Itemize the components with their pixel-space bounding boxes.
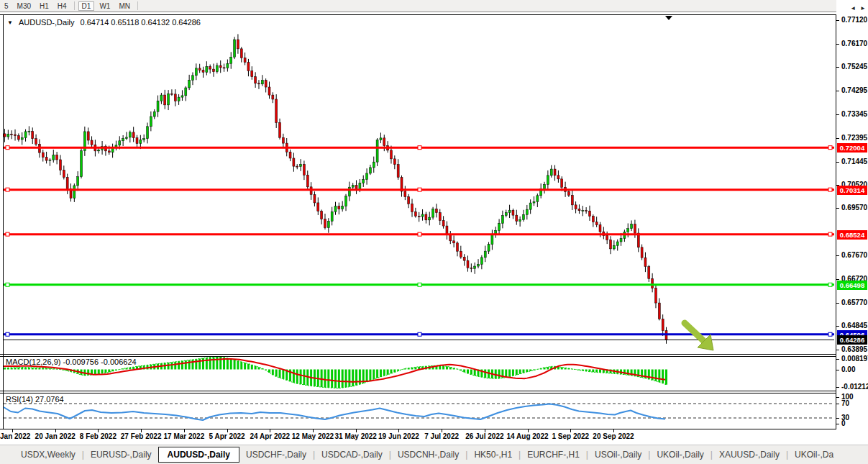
chart-tab-usdcnh-daily[interactable]: USDCNH-,Daily [391,447,465,462]
macd-tick-label: 0.008197 [841,355,868,363]
toolbar-separator [74,1,75,10]
macd-tick-label: -0.012123 [841,383,868,391]
axis-tick [836,326,839,327]
hline-0.66498[interactable] [4,283,834,286]
axis-tick [836,255,839,256]
timeframe-button-h4[interactable]: H4 [54,1,70,11]
chart-tab-xauusd-daily[interactable]: XAUUSD-,Daily [713,447,786,462]
axis-tick [836,91,839,91]
date-label: 12 May 2022 [292,432,334,440]
price-tick-label: 0.75245 [841,63,867,70]
price-tick-label: 0.64845 [841,322,867,329]
axis-tick [836,20,839,21]
price-tick-label: 0.77120 [841,16,867,24]
tab-scroll-left-icon[interactable]: ◄ [850,5,856,12]
timeframe-button-m30[interactable]: M30 [14,1,35,11]
hline-0.70314[interactable] [4,188,834,191]
axis-tick [836,44,839,45]
symbol-title: AUDUSD-,Daily [19,18,75,27]
chart-title-row: ▼ AUDUSD-,Daily 0.64714 0.65118 0.64132 … [7,18,201,27]
axis-tick [836,67,839,68]
timeframe-button-d1[interactable]: D1 [78,1,95,11]
date-label: 17 Mar 2022 [163,432,204,440]
price-tick-label: 0.73345 [841,110,867,118]
level-price-label: 0.68524 [837,230,867,240]
rsi-label: RSI(14) 27.0764 [6,395,64,404]
macd-bottom-border[interactable] [0,391,836,391]
axis-tick [836,418,839,419]
axis-tick [836,404,839,404]
date-label: 8 Feb 2022 [80,432,117,440]
axis-tick [836,424,839,424]
chart-tab-hk50-h1[interactable]: HK50-,H1 [467,447,518,462]
date-label: 5 Apr 2022 [209,432,245,440]
price-tick-label: 0.69570 [841,204,867,211]
chart-tab-usoil-daily[interactable]: USOil-,Daily [588,447,648,462]
chart-tab-ukoil-da[interactable]: UKOil-,Da [788,447,840,462]
bid-price-label: 0.64286 [837,335,867,345]
date-label: 20 Sep 2022 [593,432,634,440]
chart-bottom-border[interactable] [0,354,836,355]
rsi-line [4,404,665,421]
chart-tab-audusd-daily[interactable]: AUDUSD-,Daily [158,447,239,463]
hline-0.68524[interactable] [4,232,834,236]
main-chart-pane[interactable] [0,15,836,354]
date-label: 1 Sep 2022 [552,432,589,440]
symbol-dropdown-icon[interactable]: ▼ [7,19,13,26]
price-tick-label: 0.76170 [841,40,867,47]
axis-tick [836,208,839,209]
price-tick-label: 0.72395 [841,134,867,142]
tab-scroll-buttons: ◄ ► [850,5,866,12]
chart-tab-eurchf-h1[interactable]: EURCHF-,H1 [521,447,586,462]
chart-tabs-bar: USDX,Weekly|EURUSD-,DailyAUDUSD-,DailyUS… [0,445,868,464]
ohlc-values: 0.64714 0.65118 0.64132 0.64286 [81,18,201,27]
tab-scroll-right-icon[interactable]: ► [860,5,866,12]
price-tick-label: 0.74295 [841,86,867,94]
timeframe-button-h1[interactable]: H1 [36,1,52,11]
chart-tab-usdx-weekly[interactable]: USDX,Weekly [14,447,82,462]
axis-tick [836,162,839,163]
chart-tab-usdchf-daily[interactable]: USDCHF-,Daily [239,447,313,462]
axis-tick [836,303,839,304]
date-axis[interactable]: 2 Jan 202220 Jan 20228 Feb 202227 Feb 20… [0,429,836,444]
level-price-label: 0.66498 [837,281,867,290]
axis-tick [836,359,839,360]
axis-tick [836,350,839,350]
macd-label: MACD(12,26,9) -0.009756 -0.006624 [6,358,137,366]
axis-tick [836,397,839,398]
date-label: 27 Feb 2022 [121,432,162,440]
down-arrow-annotation[interactable] [685,323,713,350]
price-axis[interactable]: 0.771200.761700.752450.742950.733450.723… [836,0,868,464]
chart-tab-eurusd-daily[interactable]: EURUSD-,Daily [84,447,158,462]
date-label: 24 Apr 2022 [250,432,290,440]
axis-tick [836,114,839,115]
timeframe-button-w1[interactable]: W1 [96,1,114,11]
chart-shift-marker-icon[interactable] [665,16,672,20]
rsi-pane[interactable] [0,394,836,429]
timeframe-button-mn[interactable]: MN [115,1,134,11]
rsi-tick-label: 0 [841,419,846,427]
level-price-label: 0.70314 [837,186,867,195]
date-label: 31 May 2022 [335,432,377,440]
price-tick-label: 0.67670 [841,251,867,259]
price-tick-label: 0.71445 [841,158,867,165]
date-label: 19 Jun 2022 [378,432,419,440]
chart-tab-usdcad-daily[interactable]: USDCAD-,Daily [315,447,389,462]
axis-tick [836,387,839,388]
date-label: 20 Jan 2022 [35,432,76,440]
toolbar-separator [137,1,138,10]
timeframe-toolbar: 5M30H1H4D1W1MN [0,0,868,12]
rsi-tick-label: 70 [841,399,849,407]
date-label: 7 Jul 2022 [424,432,459,440]
hline-0.72004[interactable] [4,146,834,150]
timeframe-button-5[interactable]: 5 [1,1,12,11]
date-label: 26 Jul 2022 [465,432,503,440]
chart-tab-ukoil-daily[interactable]: UKOil-,Daily [650,447,710,462]
mt4-chart-window: { "toolbar": { "buttons": ["5","M30","H1… [0,0,868,464]
price-tick-label: 0.65770 [841,299,867,306]
axis-tick [836,138,839,139]
macd-tick-label: 0.00 [841,365,855,373]
level-price-label: 0.72004 [837,143,867,153]
price-tick-label: 0.63895 [841,345,867,353]
date-label: 2 Jan 2022 [0,432,30,440]
